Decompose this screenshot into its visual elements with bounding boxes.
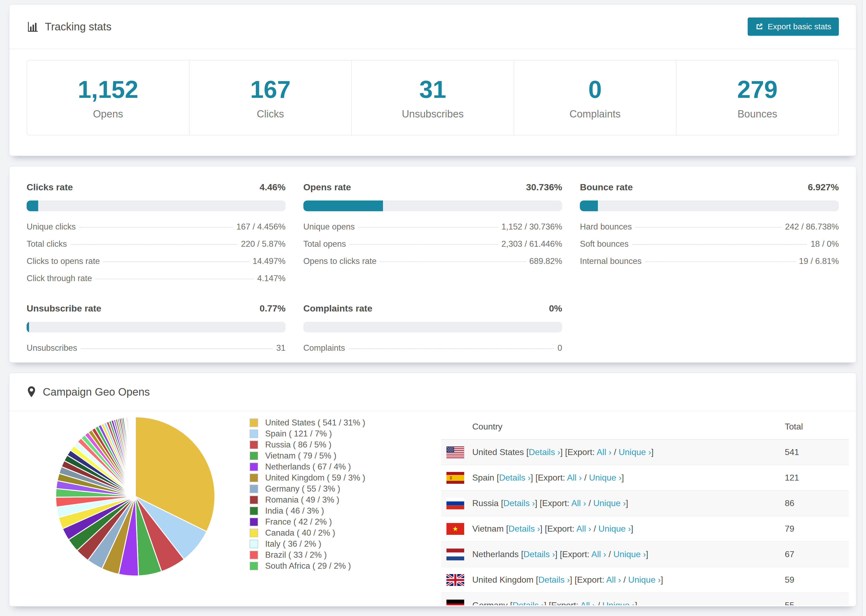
legend-label: Brazil ( 33 / 2% ) xyxy=(265,550,327,560)
vertical-scrollbar[interactable] xyxy=(862,0,866,616)
legend-label: Russia ( 86 / 5% ) xyxy=(265,440,331,449)
legend-item[interactable]: United States ( 541 / 31% ) xyxy=(250,417,365,428)
country-cell: Netherlands [Details ›] [Export: All › /… xyxy=(446,548,785,560)
rate-stat-value: 4.147% xyxy=(257,273,286,283)
legend-swatch xyxy=(250,451,258,460)
export-all-link[interactable]: All › xyxy=(606,575,621,585)
details-link[interactable]: Details › xyxy=(504,498,535,508)
table-row: Russia [Details ›] [Export: All › / Uniq… xyxy=(441,491,849,516)
pie-legend: United States ( 541 / 31% ) Spain ( 121 … xyxy=(250,417,365,571)
dotted-leader xyxy=(349,348,554,349)
rate-progress-track xyxy=(27,201,286,211)
legend-item[interactable]: Italy ( 36 / 2% ) xyxy=(250,538,365,549)
tracking-stats-header: Tracking stats Export basic stats xyxy=(9,5,856,49)
rate-title: Unsubscribe rate xyxy=(27,303,101,314)
rate-progress-fill xyxy=(580,201,598,211)
total-cell: 86 xyxy=(785,498,843,508)
rate-stat-label: Clicks to opens rate xyxy=(27,256,100,266)
details-link[interactable]: Details › xyxy=(512,600,544,605)
legend-item[interactable]: Vietnam ( 79 / 5% ) xyxy=(250,450,365,461)
legend-item[interactable]: Canada ( 40 / 2% ) xyxy=(250,527,365,538)
legend-swatch xyxy=(250,540,258,548)
legend-item[interactable]: South Africa ( 29 / 2% ) xyxy=(250,560,365,571)
rate-stat-value: 19 / 6.81% xyxy=(799,256,839,266)
rate-stat-label: Internal bounces xyxy=(580,256,641,266)
country-cell: Russia [Details ›] [Export: All › / Uniq… xyxy=(446,498,785,509)
rate-progress-track xyxy=(580,201,839,211)
total-cell: 67 xyxy=(785,549,843,559)
total-cell: 121 xyxy=(785,473,843,483)
legend-item[interactable]: Spain ( 121 / 7% ) xyxy=(250,428,365,439)
export-unique-link[interactable]: Unique › xyxy=(593,498,626,508)
legend-swatch xyxy=(250,562,258,570)
rate-block: Complaints rate 0% Complaints 0 xyxy=(303,303,562,353)
tracking-stats-card: Tracking stats Export basic stats 1,152 … xyxy=(9,4,857,156)
details-link[interactable]: Details › xyxy=(529,447,560,457)
rate-stat-row: Soft bounces 18 / 0% xyxy=(580,239,839,249)
country-header: Country xyxy=(446,422,785,432)
legend-item[interactable]: India ( 46 / 3% ) xyxy=(250,505,365,516)
details-link[interactable]: Details › xyxy=(509,524,540,533)
rate-stat-row: Clicks to opens rate 14.497% xyxy=(27,256,286,266)
geo-title-wrap: Campaign Geo Opens xyxy=(27,386,150,398)
details-link[interactable]: Details › xyxy=(499,473,531,482)
export-all-link[interactable]: All › xyxy=(576,524,591,533)
rate-rows: Unique clicks 167 / 4.456% Total clicks … xyxy=(27,222,286,283)
legend-label: India ( 46 / 3% ) xyxy=(265,506,324,516)
export-unique-link[interactable]: Unique › xyxy=(589,473,622,482)
rate-stat-label: Unsubscribes xyxy=(27,343,77,353)
country-cell: Vietnam [Details ›] [Export: All › / Uni… xyxy=(446,523,785,535)
export-unique-link[interactable]: Unique › xyxy=(602,600,635,605)
rate-rows: Hard bounces 242 / 86.738% Soft bounces … xyxy=(580,222,839,266)
country-cell: United Kingdom [Details ›] [Export: All … xyxy=(446,574,785,586)
stat-label: Opens xyxy=(93,108,123,120)
dotted-leader xyxy=(81,348,272,349)
export-all-link[interactable]: All › xyxy=(597,447,611,457)
header-divider xyxy=(9,49,856,49)
export-all-link[interactable]: All › xyxy=(591,549,606,559)
legend-swatch xyxy=(250,518,258,526)
export-icon xyxy=(755,23,763,31)
export-all-link[interactable]: All › xyxy=(567,473,582,482)
rate-progress-track xyxy=(303,322,562,332)
total-cell: 79 xyxy=(785,524,843,534)
export-basic-stats-button[interactable]: Export basic stats xyxy=(748,17,839,36)
country-flag-icon xyxy=(446,548,464,560)
rate-stat-label: Complaints xyxy=(303,343,345,353)
rate-stat-value: 689.82% xyxy=(529,256,562,266)
rate-stat-value: 14.497% xyxy=(252,256,285,266)
export-all-link[interactable]: All › xyxy=(571,498,586,508)
export-all-link[interactable]: All › xyxy=(580,600,595,605)
rate-title: Opens rate xyxy=(303,182,351,192)
stat-box-complaints: 0 Complaints xyxy=(514,60,677,135)
export-unique-link[interactable]: Unique › xyxy=(598,524,631,533)
rate-rows: Complaints 0 xyxy=(303,343,562,353)
legend-item[interactable]: Germany ( 55 / 3% ) xyxy=(250,483,365,494)
export-unique-link[interactable]: Unique › xyxy=(628,575,661,585)
rate-block: Bounce rate 6.927% Hard bounces 242 / 86… xyxy=(580,182,839,283)
rate-stat-row: Hard bounces 242 / 86.738% xyxy=(580,222,839,232)
legend-label: South Africa ( 29 / 2% ) xyxy=(265,561,351,571)
details-link[interactable]: Details › xyxy=(538,575,570,585)
rate-progress-track xyxy=(303,201,562,211)
country-text: United States [Details ›] [Export: All ›… xyxy=(472,447,653,457)
geo-pie-chart[interactable] xyxy=(52,413,219,580)
rate-progress-track xyxy=(27,322,286,332)
details-link[interactable]: Details › xyxy=(523,549,555,559)
legend-item[interactable]: Netherlands ( 67 / 4% ) xyxy=(250,461,365,472)
legend-item[interactable]: Romania ( 49 / 3% ) xyxy=(250,494,365,505)
country-text: Russia [Details ›] [Export: All › / Uniq… xyxy=(472,498,628,508)
rate-block: Unsubscribe rate 0.77% Unsubscribes 31 xyxy=(27,303,286,353)
legend-item[interactable]: Brazil ( 33 / 2% ) xyxy=(250,549,365,560)
legend-item[interactable]: France ( 42 / 2% ) xyxy=(250,516,365,527)
dotted-leader xyxy=(646,261,795,262)
legend-item[interactable]: United Kingdom ( 59 / 3% ) xyxy=(250,472,365,483)
dotted-leader xyxy=(380,261,526,262)
stat-value: 31 xyxy=(419,76,446,104)
country-text: United Kingdom [Details ›] [Export: All … xyxy=(472,575,663,585)
geo-table-header-row: Country Total xyxy=(441,414,849,440)
export-unique-link[interactable]: Unique › xyxy=(619,447,651,457)
export-unique-link[interactable]: Unique › xyxy=(614,549,646,559)
legend-swatch xyxy=(250,418,258,427)
legend-item[interactable]: Russia ( 86 / 5% ) xyxy=(250,439,365,450)
